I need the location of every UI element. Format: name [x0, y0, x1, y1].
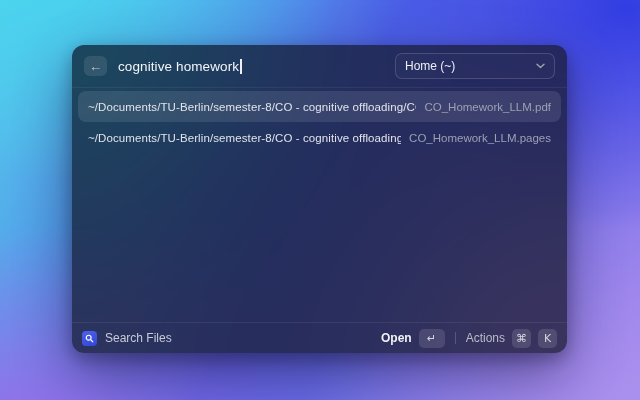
back-arrow-icon: ← [89, 60, 102, 73]
result-filename: CO_Homework_LLM.pages [409, 132, 551, 144]
result-filename: CO_Homework_LLM.pdf [424, 101, 551, 113]
text-caret [240, 59, 242, 74]
result-row-pages[interactable]: ~/Documents/TU-Berlin/semester-8/CO - co… [78, 122, 561, 153]
open-action-label[interactable]: Open [381, 331, 412, 345]
status-bar: Search Files Open ↵ Actions ⌘ K [72, 322, 567, 353]
k-key-icon: K [538, 329, 557, 348]
result-path: ~/Documents/TU-Berlin/semester-8/CO - co… [88, 132, 401, 144]
return-key-icon: ↵ [419, 329, 445, 348]
command-title: Search Files [105, 331, 172, 345]
launcher-window: ← cognitive homework Home (~) ~/Document… [72, 45, 567, 353]
result-path: ~/Documents/TU-Berlin/semester-8/CO - co… [88, 101, 416, 113]
command-key-icon: ⌘ [512, 329, 531, 348]
directory-dropdown-value: Home (~) [405, 59, 536, 73]
directory-dropdown[interactable]: Home (~) [395, 53, 555, 79]
search-query-text: cognitive homework [118, 59, 239, 74]
result-row-pdf[interactable]: ~/Documents/TU-Berlin/semester-8/CO - co… [78, 91, 561, 122]
back-button[interactable]: ← [84, 56, 107, 76]
results-list: ~/Documents/TU-Berlin/semester-8/CO - co… [72, 88, 567, 322]
search-files-icon [82, 331, 97, 346]
chevron-down-icon [536, 63, 545, 69]
footer-divider [455, 332, 456, 344]
actions-menu-label[interactable]: Actions [466, 331, 505, 345]
search-input[interactable]: cognitive homework [118, 59, 242, 74]
search-header: ← cognitive homework Home (~) [72, 45, 567, 88]
